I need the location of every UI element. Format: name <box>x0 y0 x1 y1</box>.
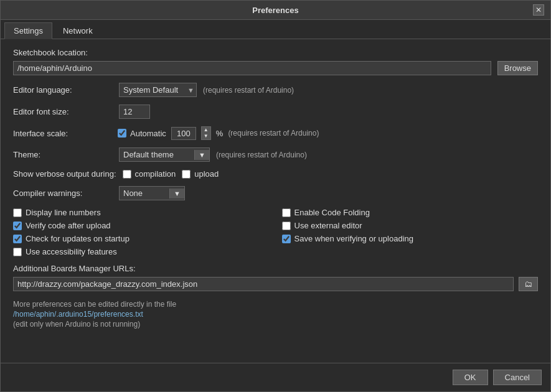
check-updates-label[interactable]: Check for updates on startup <box>13 234 270 243</box>
tab-network[interactable]: Network <box>54 22 102 39</box>
editor-language-select[interactable]: System Default <box>119 83 197 97</box>
sketchbook-input[interactable] <box>13 61 491 75</box>
use-external-editor-text: Use external editor <box>294 221 362 230</box>
theme-arrow-button[interactable]: ▼ <box>194 150 209 160</box>
browse-button[interactable]: Browse <box>497 61 538 75</box>
save-verifying-checkbox[interactable] <box>282 235 291 243</box>
scale-up-button[interactable]: ▲ <box>202 127 210 133</box>
info-path: /home/aphin/.arduino15/preferences.txt <box>13 310 538 319</box>
use-accessibility-label[interactable]: Use accessibility features <box>13 247 270 256</box>
display-line-numbers-label[interactable]: Display line numbers <box>13 208 270 217</box>
settings-content: Sketchbook location: Browse Editor langu… <box>1 39 550 363</box>
editor-language-label: Editor language: <box>13 85 113 95</box>
verify-code-label[interactable]: Verify code after upload <box>13 221 270 230</box>
interface-scale-row: Interface scale: Automatic ▲ ▼ % (requir… <box>13 126 538 140</box>
editor-language-row: Editor language: System Default ▼ (requi… <box>13 83 538 97</box>
interface-scale-label: Interface scale: <box>13 129 113 138</box>
info-line3: (edit only when Arduino is not running) <box>13 319 538 330</box>
theme-label: Theme: <box>13 150 113 159</box>
use-accessibility-text: Use accessibility features <box>26 247 117 256</box>
use-external-editor-checkbox[interactable] <box>282 222 291 230</box>
additional-boards-input[interactable] <box>13 277 514 291</box>
compiler-select[interactable]: None Default More All <box>120 187 169 200</box>
theme-row: Theme: Default theme Dark theme Light th… <box>13 147 538 162</box>
dialog-footer: OK Cancel <box>1 363 550 391</box>
font-size-row: Editor font size: <box>13 105 538 119</box>
info-section: More preferences can be edited directly … <box>13 299 538 330</box>
title-bar: Preferences ✕ <box>1 1 550 20</box>
scale-value-input[interactable] <box>171 127 196 140</box>
enable-code-folding-label[interactable]: Enable Code Folding <box>282 208 539 217</box>
additional-boards-input-row: 🗂 <box>13 277 538 291</box>
check-updates-text: Check for updates on startup <box>26 234 130 243</box>
compiler-arrow-button[interactable]: ▼ <box>169 189 184 198</box>
save-verifying-text: Save when verifying or uploading <box>294 234 414 243</box>
theme-note: (requires restart of Arduino) <box>216 151 307 159</box>
folder-icon: 🗂 <box>524 279 532 289</box>
check-updates-checkbox[interactable] <box>13 235 22 243</box>
use-external-editor-label[interactable]: Use external editor <box>282 221 539 230</box>
automatic-checkbox[interactable] <box>118 129 126 138</box>
enable-code-folding-checkbox[interactable] <box>282 208 291 217</box>
additional-boards-label-row: Additional Boards Manager URLs: <box>13 264 538 273</box>
scale-unit: % <box>216 129 224 138</box>
sketchbook-label: Sketchbook location: <box>13 48 88 57</box>
font-size-input[interactable] <box>119 105 150 119</box>
scale-down-button[interactable]: ▼ <box>202 133 210 139</box>
font-size-label: Editor font size: <box>13 107 113 116</box>
compilation-checkbox-label[interactable]: compilation <box>123 169 176 179</box>
theme-select[interactable]: Default theme Dark theme Light theme <box>120 148 194 161</box>
upload-checkbox-label[interactable]: upload <box>182 169 219 179</box>
checkboxes-grid: Display line numbers Enable Code Folding… <box>13 208 538 256</box>
preferences-dialog: Preferences ✕ Settings Network Sketchboo… <box>0 0 551 392</box>
info-line1: More preferences can be edited directly … <box>13 299 538 310</box>
upload-checkbox[interactable] <box>182 170 191 179</box>
display-line-numbers-checkbox[interactable] <box>13 208 22 217</box>
dialog-title: Preferences <box>18 6 533 15</box>
close-button[interactable]: ✕ <box>533 4 544 16</box>
compilation-label: compilation <box>135 169 176 179</box>
enable-code-folding-text: Enable Code Folding <box>294 208 370 217</box>
automatic-checkbox-label[interactable]: Automatic <box>118 129 166 138</box>
verify-code-text: Verify code after upload <box>26 221 111 230</box>
upload-label: upload <box>194 169 219 179</box>
compiler-select-wrapper: None Default More All ▼ <box>119 186 185 200</box>
save-verifying-label[interactable]: Save when verifying or uploading <box>282 234 539 243</box>
theme-dropdown-wrapper: Default theme Dark theme Light theme ▼ <box>119 147 210 162</box>
additional-boards-label: Additional Boards Manager URLs: <box>13 264 136 273</box>
scale-spinners: ▲ ▼ <box>201 126 211 140</box>
verify-code-checkbox[interactable] <box>13 222 22 230</box>
sketchbook-input-row: Browse <box>13 61 538 75</box>
display-line-numbers-text: Display line numbers <box>26 208 101 217</box>
compiler-row: Compiler warnings: None Default More All… <box>13 186 538 200</box>
automatic-label: Automatic <box>130 129 166 138</box>
tabs-bar: Settings Network <box>1 20 550 39</box>
verbose-label: Show verbose output during: <box>13 169 116 179</box>
compilation-checkbox[interactable] <box>123 170 131 179</box>
verbose-row: Show verbose output during: compilation … <box>13 169 538 179</box>
editor-language-note: (requires restart of Arduino) <box>203 86 294 95</box>
cancel-button[interactable]: Cancel <box>493 370 542 385</box>
compiler-label: Compiler warnings: <box>13 189 113 198</box>
editor-language-select-wrapper: System Default ▼ <box>119 83 197 97</box>
scale-note: (requires restart of Arduino) <box>228 129 319 138</box>
tab-settings[interactable]: Settings <box>4 22 52 39</box>
folder-button[interactable]: 🗂 <box>519 277 538 291</box>
use-accessibility-checkbox[interactable] <box>13 248 22 256</box>
ok-button[interactable]: OK <box>453 370 488 385</box>
sketchbook-row: Sketchbook location: <box>13 48 538 57</box>
